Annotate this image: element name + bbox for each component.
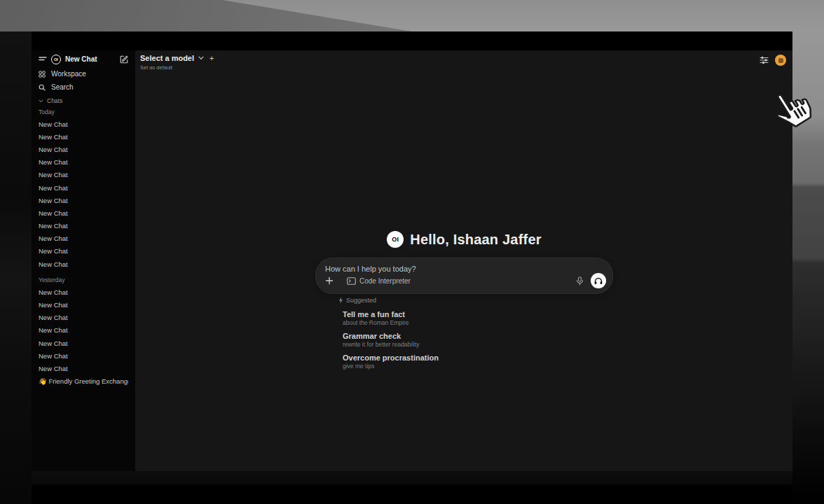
chats-section-toggle[interactable]: Chats — [39, 95, 128, 106]
voice-call-button[interactable] — [591, 273, 606, 288]
sidebar-item-search[interactable]: Search — [39, 80, 128, 94]
composer-toolbar: Code Interpreter — [325, 273, 606, 288]
headphones-icon — [594, 277, 603, 285]
model-selector-bar: Select a model + Set as default — [140, 54, 214, 71]
workspace-icon — [39, 71, 46, 78]
chat-item[interactable]: New Chat — [39, 362, 128, 374]
chat-item[interactable]: New Chat — [39, 130, 128, 143]
search-icon — [39, 84, 46, 91]
desktop-wallpaper-bottom — [32, 471, 792, 504]
suggested-section: Suggested Tell me a fun fact about the R… — [315, 295, 613, 370]
suggestion-title: Overcome procrastination — [343, 353, 613, 363]
suggested-header: Suggested — [338, 295, 613, 305]
chat-item[interactable]: New Chat — [39, 324, 128, 337]
greeting-text: Hello, Ishaan Jaffer — [410, 232, 541, 248]
welcome-panel: OI Hello, Ishaan Jaffer How can I help y… — [315, 231, 613, 370]
suggestion-subtitle: give me tips — [343, 363, 613, 370]
sidebar: OI New Chat Workspace Search — [32, 50, 135, 471]
chat-group-label-today: Today — [39, 106, 128, 118]
chat-item[interactable]: New Chat — [39, 298, 128, 311]
model-selector[interactable]: Select a model — [140, 54, 194, 62]
chat-item[interactable]: 👋 Friendly Greeting Exchange — [39, 375, 128, 388]
header-actions — [760, 55, 786, 66]
message-input-placeholder[interactable]: How can I help you today? — [325, 265, 416, 273]
message-composer[interactable]: How can I help you today? Code Interpret… — [315, 258, 613, 294]
chat-item[interactable]: New Chat — [39, 245, 128, 258]
window-titlebar — [32, 31, 792, 50]
chevron-down-icon — [39, 99, 43, 103]
suggestion-item[interactable]: Grammar check rewrite it for better read… — [338, 331, 613, 349]
add-model-button[interactable]: + — [210, 54, 214, 62]
chat-item[interactable]: New Chat — [39, 118, 128, 130]
app-window: OI New Chat Workspace Search — [32, 31, 792, 471]
code-interpreter-label: Code Interpreter — [359, 277, 411, 285]
chat-item[interactable]: New Chat — [39, 258, 128, 270]
spark-icon — [338, 297, 343, 304]
chats-section-label: Chats — [47, 97, 62, 104]
chat-item[interactable]: New Chat — [39, 181, 128, 194]
chat-item[interactable]: New Chat — [39, 206, 128, 219]
attach-plus-icon[interactable] — [325, 276, 334, 285]
chat-item[interactable]: New Chat — [39, 232, 128, 245]
chat-item[interactable]: New Chat — [39, 286, 128, 298]
suggestion-subtitle: rewrite it for better readability — [343, 341, 613, 349]
desktop-wallpaper-top — [0, 0, 824, 31]
desktop-wallpaper-right — [792, 31, 824, 504]
code-interpreter-toggle[interactable]: Code Interpreter — [347, 277, 411, 285]
chevron-down-icon[interactable] — [198, 56, 204, 60]
sidebar-title: New Chat — [65, 55, 116, 63]
suggestion-title: Tell me a fun fact — [343, 309, 613, 319]
new-chat-icon[interactable] — [120, 55, 128, 64]
set-as-default-button[interactable]: Set as default — [140, 64, 214, 71]
chat-item[interactable]: New Chat — [39, 169, 128, 181]
chat-item[interactable]: New Chat — [39, 156, 128, 169]
chat-item[interactable]: New Chat — [39, 312, 128, 324]
suggestion-item[interactable]: Tell me a fun fact about the Roman Empir… — [338, 309, 613, 327]
sidebar-item-workspace[interactable]: Workspace — [39, 67, 128, 80]
chat-item[interactable]: New Chat — [39, 337, 128, 349]
app-logo: OI — [387, 231, 404, 248]
suggested-label: Suggested — [346, 297, 376, 304]
terminal-icon — [347, 277, 356, 285]
chat-item[interactable]: New Chat — [39, 194, 128, 206]
controls-sliders-icon[interactable] — [760, 56, 769, 64]
sidebar-item-label: Workspace — [51, 70, 86, 78]
chat-item[interactable]: New Chat — [39, 143, 128, 155]
app-logo: OI — [51, 55, 61, 64]
user-avatar[interactable] — [775, 55, 786, 66]
greeting-row: OI Hello, Ishaan Jaffer — [315, 231, 613, 248]
microphone-icon[interactable] — [576, 276, 584, 286]
chat-group-label-yesterday: Yesterday — [39, 274, 128, 286]
sidebar-toggle-icon[interactable] — [39, 56, 47, 63]
sidebar-item-label: Search — [51, 83, 74, 91]
main-area: Select a model + Set as default OI Hello… — [135, 50, 792, 471]
desktop-wallpaper-left — [0, 31, 32, 504]
suggestion-subtitle: about the Roman Empire — [343, 319, 613, 327]
screenshot-stage: OI New Chat Workspace Search — [0, 0, 824, 504]
chat-item[interactable]: New Chat — [39, 220, 128, 232]
sidebar-header: OI New Chat — [39, 51, 128, 67]
chat-item[interactable]: New Chat — [39, 349, 128, 362]
suggestion-title: Grammar check — [343, 331, 613, 341]
suggestion-item[interactable]: Overcome procrastination give me tips — [338, 353, 613, 370]
